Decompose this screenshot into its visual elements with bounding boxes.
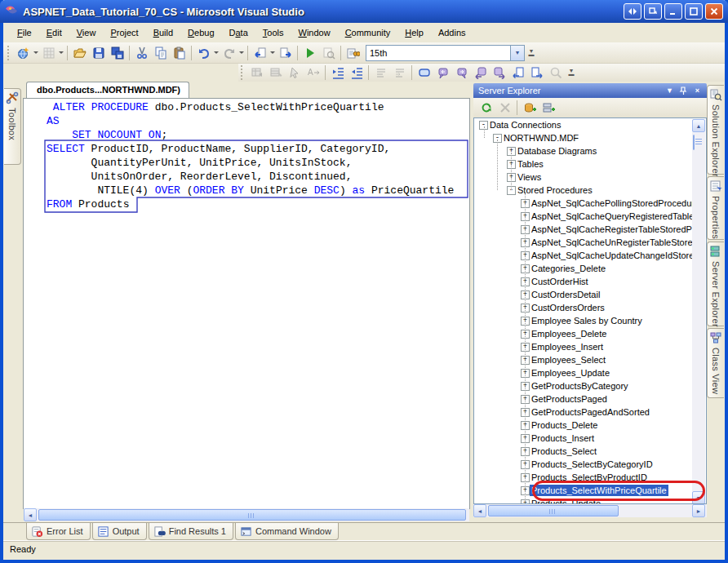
undo-dropdown-icon[interactable] <box>213 44 220 62</box>
tree-item[interactable]: +AspNet_SqlCacheRegisterTableStoredP <box>474 223 694 236</box>
side-tab-solution-explorer[interactable]: Solution Explorer <box>707 85 724 175</box>
menu-build[interactable]: Build <box>146 24 180 41</box>
tree-item[interactable]: +Database Diagrams <box>474 144 694 157</box>
tree-item[interactable]: +GetProductsPaged <box>474 392 694 406</box>
navigate-forward-button[interactable] <box>276 44 295 62</box>
tree-item[interactable]: -NORTHWND.MDF <box>474 131 694 144</box>
menu-tools[interactable]: Tools <box>255 24 291 41</box>
switch-icon[interactable] <box>624 3 641 20</box>
tree-item[interactable]: +Tables <box>474 157 694 171</box>
tree-item[interactable]: +GetProductsByCategory <box>474 379 694 392</box>
menu-help[interactable]: Help <box>397 24 431 41</box>
redo-dropdown-icon[interactable] <box>238 44 245 62</box>
move-next-button[interactable] <box>490 64 508 82</box>
export-page-button[interactable] <box>527 64 546 82</box>
tree-item[interactable]: +CustOrderHist <box>474 275 694 288</box>
tree-item[interactable]: +Employee Sales by Country <box>474 314 694 327</box>
new-website-button[interactable] <box>14 44 33 62</box>
side-tab-properties[interactable]: Properties <box>707 176 724 240</box>
tree-item[interactable]: +CustOrdersDetail <box>474 288 694 301</box>
import-page-button[interactable] <box>508 64 527 82</box>
tree-item[interactable]: +Views <box>474 171 694 184</box>
undock-icon[interactable] <box>644 3 662 20</box>
pin-icon[interactable] <box>677 85 690 96</box>
navigate-backward-dropdown-icon[interactable] <box>269 44 276 62</box>
tree-item[interactable]: +GetProductsPagedAndSorted <box>474 406 694 419</box>
window-menu-icon[interactable]: ▼ <box>664 85 676 96</box>
side-tab-class-view[interactable]: Class View <box>707 328 724 398</box>
tree-item[interactable]: +Employees_Insert <box>474 340 694 353</box>
tree-item[interactable]: +Employees_Delete <box>474 327 694 340</box>
menu-window[interactable]: Window <box>291 24 337 41</box>
server-explorer-caption[interactable]: Server Explorer ▼ × <box>473 83 707 98</box>
maximize-icon[interactable] <box>685 3 703 20</box>
tree-item[interactable]: -Stored Procedures <box>474 184 694 197</box>
editor-content[interactable]: ALTER PROCEDURE dbo.Products_SelectWithP… <box>23 98 470 509</box>
undo-button[interactable] <box>194 44 213 62</box>
tree-vscrollbar[interactable]: ▲ ▼ <box>692 119 705 504</box>
scroll-right-icon[interactable]: ► <box>692 504 705 517</box>
decrease-indent-button[interactable] <box>328 64 347 82</box>
bottom-tab-output[interactable]: Output <box>92 523 147 540</box>
cut-button[interactable] <box>132 44 151 62</box>
scroll-left-icon[interactable]: ◄ <box>24 508 37 521</box>
scroll-thumb[interactable] <box>693 135 695 150</box>
scroll-up-icon[interactable]: ▲ <box>692 119 705 132</box>
tree-item[interactable]: +Employees_Select <box>474 353 694 366</box>
close-icon[interactable]: × <box>691 85 704 96</box>
bottom-tab-command-window[interactable]: Command Window <box>235 523 339 540</box>
menu-addins[interactable]: Addins <box>431 24 473 41</box>
increase-indent-button[interactable] <box>347 64 366 82</box>
toolbar-grip[interactable] <box>241 65 245 80</box>
tree-item[interactable]: +Employees_Update <box>474 366 694 379</box>
bottom-tab-find-results-1[interactable]: Find Results 1 <box>149 523 233 540</box>
find-symbol-button[interactable] <box>344 44 362 62</box>
editor-tab[interactable]: dbo.Products...NORTHWND.MDF) <box>26 82 189 99</box>
copy-button[interactable] <box>151 44 170 62</box>
tree-item[interactable]: +Products_Delete <box>474 419 694 432</box>
menu-edit[interactable]: Edit <box>39 24 69 41</box>
paste-button[interactable] <box>170 44 189 62</box>
editor-hscrollbar[interactable]: ◄ <box>24 508 469 521</box>
menu-community[interactable]: Community <box>338 24 398 41</box>
menu-view[interactable]: View <box>69 24 104 41</box>
tree-item[interactable]: +AspNet_SqlCacheUpdateChangeIdStore <box>474 249 694 262</box>
tree-hscrollbar[interactable]: ◄ ► <box>473 504 707 517</box>
toolbar-overflow-icon[interactable]: ▼▬ <box>526 44 536 62</box>
combo-value[interactable]: 15th <box>366 45 511 61</box>
close-icon[interactable] <box>705 3 723 20</box>
toolbar-overflow-icon[interactable]: ▼▬ <box>566 64 576 82</box>
tree-item[interactable]: +Products_SelectByCategoryID <box>474 458 694 471</box>
scroll-thumb[interactable] <box>488 505 619 516</box>
tree-item[interactable]: +AspNet_SqlCacheQueryRegisteredTables <box>474 210 694 223</box>
tree-item[interactable]: +AspNet_SqlCachePollingStoredProcedure <box>474 197 694 210</box>
new-website-dropdown-icon[interactable] <box>33 44 39 62</box>
add-item-dropdown-icon[interactable] <box>58 44 64 62</box>
minimize-icon[interactable] <box>664 3 682 20</box>
save-all-button[interactable] <box>108 44 127 62</box>
callout-next-button[interactable] <box>452 64 471 82</box>
callout-previous-button[interactable] <box>433 64 452 82</box>
save-button[interactable] <box>89 44 108 62</box>
scroll-thumb[interactable] <box>38 509 466 521</box>
refresh-button[interactable] <box>477 99 495 117</box>
tree-item[interactable]: +Products_Select <box>474 445 694 458</box>
tree-item[interactable]: +CustOrdersOrders <box>474 301 694 314</box>
combo-dropdown-icon[interactable]: ▼ <box>511 45 525 61</box>
tree-item[interactable]: +Products_Insert <box>474 432 694 445</box>
connect-to-server-button[interactable] <box>539 99 557 117</box>
scroll-left-icon[interactable]: ◄ <box>473 504 486 517</box>
navigate-backward-button[interactable] <box>251 44 269 62</box>
side-tab-server-explorer[interactable]: Server Explorer <box>707 242 724 326</box>
bottom-tab-error-list[interactable]: Error List <box>26 523 91 540</box>
menu-debug[interactable]: Debug <box>180 24 221 41</box>
menu-project[interactable]: Project <box>103 24 145 41</box>
open-file-button[interactable] <box>70 44 89 62</box>
tree-item[interactable]: +Categories_Delete <box>474 262 694 275</box>
toolbar-grip[interactable] <box>7 46 11 60</box>
highlight-shape-button[interactable] <box>415 64 433 82</box>
menu-file[interactable]: File <box>10 24 39 41</box>
connect-to-database-button[interactable] <box>520 99 539 117</box>
side-tab-toolbox[interactable]: Toolbox <box>4 88 21 165</box>
move-previous-button[interactable] <box>471 64 490 82</box>
